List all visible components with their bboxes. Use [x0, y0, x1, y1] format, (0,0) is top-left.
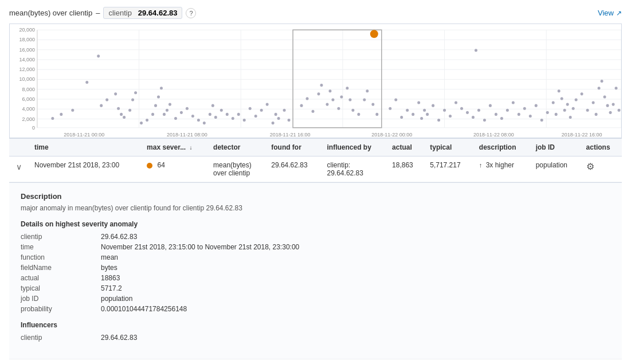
svg-point-45 [146, 119, 148, 122]
actions-gear-icon[interactable]: ⚙ [586, 162, 594, 171]
clientip-filter[interactable]: clientip 29.64.62.83 [103, 7, 182, 19]
svg-point-96 [394, 98, 397, 101]
svg-point-103 [426, 113, 429, 116]
svg-text:0: 0 [32, 125, 35, 131]
influencers-section: Influencers clientip 29.64.62.83 [21, 321, 610, 342]
svg-point-32 [71, 109, 74, 112]
svg-point-118 [506, 109, 509, 112]
svg-point-138 [595, 113, 598, 116]
svg-point-44 [140, 122, 143, 124]
severity-dot [147, 163, 152, 169]
expand-row-button[interactable]: ∨ [15, 161, 23, 173]
svg-point-131 [566, 103, 569, 106]
svg-point-114 [483, 119, 486, 122]
svg-text:18,000: 18,000 [19, 37, 34, 42]
description-section-title: Description [21, 192, 610, 201]
svg-point-74 [283, 109, 286, 112]
svg-point-91 [366, 89, 369, 92]
detail-row: Description major anomaly in mean(bytes)… [9, 182, 622, 359]
col-header-max-sever[interactable]: max sever... ↓ [141, 139, 207, 156]
page-container: mean(bytes) over clientip – clientip 29.… [0, 0, 631, 364]
svg-point-127 [555, 113, 558, 116]
svg-point-41 [128, 109, 131, 112]
detail-value-function: mean [101, 253, 610, 261]
view-icon: ↗ [616, 9, 622, 17]
svg-text:20,000: 20,000 [19, 27, 34, 33]
svg-point-84 [337, 107, 340, 110]
svg-point-83 [331, 98, 334, 101]
col-header-actions: actions [581, 139, 622, 156]
svg-text:16,000: 16,000 [19, 47, 34, 53]
svg-point-132 [569, 116, 572, 119]
help-icon[interactable]: ? [186, 8, 196, 18]
svg-point-56 [191, 115, 194, 118]
svg-text:2018-11-21 16:00: 2018-11-21 16:00 [270, 132, 311, 138]
influenced-by-label: clientip: [327, 161, 351, 169]
svg-point-60 [211, 104, 214, 107]
detail-value-clientip: 29.64.62.83 [101, 233, 610, 241]
svg-point-128 [558, 89, 561, 92]
svg-text:2018-11-22 08:00: 2018-11-22 08:00 [473, 132, 514, 138]
svg-point-46 [151, 113, 154, 116]
detail-value-fieldname: bytes [101, 264, 610, 272]
svg-point-129 [561, 97, 563, 100]
svg-point-88 [351, 109, 354, 112]
view-link[interactable]: View ↗ [598, 9, 622, 17]
svg-point-65 [237, 113, 240, 116]
svg-point-111 [472, 116, 475, 119]
cell-severity: 64 [141, 156, 207, 182]
detail-label-probability: probability [21, 305, 101, 313]
header: mean(bytes) over clientip – clientip 29.… [9, 7, 622, 19]
scatter-chart: 20,000 18,000 16,000 14,000 12,000 10,00… [10, 24, 621, 138]
svg-point-58 [203, 122, 206, 124]
svg-point-34 [97, 54, 100, 57]
severity-section-title: Details on highest severity anomaly [21, 220, 610, 228]
cell-job-id: population [530, 156, 581, 182]
svg-point-130 [563, 109, 566, 112]
expand-col-header [9, 139, 29, 156]
cell-detector: mean(bytes)over clientip [207, 156, 265, 182]
detail-fields-grid: clientip 29.64.62.83 time November 21st … [21, 233, 610, 313]
chart-title: mean(bytes) over clientip [9, 9, 92, 17]
detail-value-time: November 21st 2018, 23:15:00 to November… [101, 243, 610, 251]
cell-influenced-by: clientip: 29.64.62.83 [322, 156, 387, 182]
svg-point-50 [163, 113, 166, 116]
svg-point-86 [346, 87, 348, 89]
svg-point-143 [609, 111, 612, 114]
svg-point-136 [586, 109, 589, 112]
svg-point-62 [220, 109, 223, 112]
svg-point-43 [134, 91, 137, 94]
clientip-label: clientip [108, 9, 131, 17]
col-header-typical: typical [424, 139, 473, 156]
svg-point-76 [300, 104, 303, 107]
svg-point-53 [174, 117, 177, 120]
svg-point-112 [475, 49, 477, 52]
svg-point-94 [370, 30, 378, 38]
clientip-value: 29.64.62.83 [138, 9, 178, 17]
svg-point-59 [209, 113, 211, 116]
title-separator: – [96, 9, 100, 17]
svg-point-146 [618, 109, 621, 112]
sort-icon: ↓ [190, 144, 193, 151]
svg-point-40 [123, 116, 126, 119]
col-header-actual: actual [386, 139, 424, 156]
cell-found-for: 29.64.62.83 [265, 156, 321, 182]
svg-point-125 [546, 111, 549, 114]
svg-point-90 [363, 98, 366, 101]
influencer-value-clientip: 29.64.62.83 [101, 334, 610, 342]
svg-point-120 [518, 113, 520, 116]
detail-panel: Description major anomaly in mean(bytes)… [9, 182, 622, 359]
detail-value-probability: 0.000101044471784256148 [101, 305, 610, 313]
svg-text:14,000: 14,000 [19, 57, 34, 62]
svg-point-93 [375, 113, 378, 116]
table-row: ∨ November 21st 2018, 23:00 64 mean(byte… [9, 156, 622, 182]
svg-point-72 [275, 113, 277, 116]
svg-point-135 [581, 92, 583, 95]
svg-text:8,000: 8,000 [22, 87, 34, 92]
svg-point-109 [460, 107, 463, 110]
cell-description: ↑ 3x higher [473, 156, 530, 182]
svg-point-69 [260, 109, 263, 112]
svg-point-119 [512, 101, 515, 104]
svg-point-82 [328, 89, 331, 92]
svg-point-71 [272, 122, 275, 124]
